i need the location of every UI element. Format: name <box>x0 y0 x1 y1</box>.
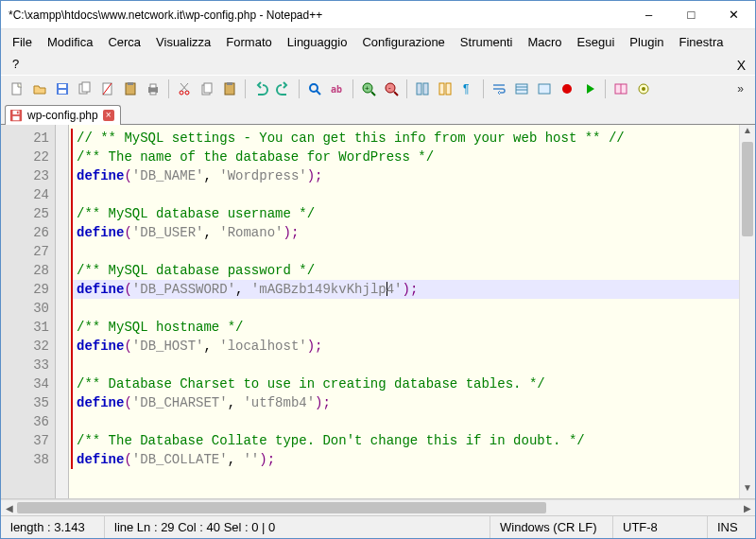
menu-modifica[interactable]: Modifica <box>40 31 100 53</box>
line-number[interactable]: 23 <box>1 166 49 185</box>
zoom-in-button[interactable]: + <box>358 78 379 99</box>
record-button[interactable] <box>557 78 577 99</box>
code-line[interactable]: /** The name of the database for WordPre… <box>71 148 739 166</box>
menu-esegui[interactable]: Esegui <box>570 31 623 53</box>
paste-file-button[interactable] <box>120 78 141 99</box>
code-line[interactable]: define('DB_USER', 'Romano'); <box>71 223 739 242</box>
horizontal-scroll-thumb[interactable] <box>17 502 546 513</box>
new-file-button[interactable] <box>7 78 27 99</box>
code-line[interactable] <box>71 299 739 318</box>
print-button[interactable] <box>143 78 163 99</box>
line-number[interactable]: 25 <box>1 204 49 223</box>
scroll-right-icon[interactable]: ▶ <box>739 503 755 513</box>
menu-visualizza[interactable]: Visualizza <box>148 31 218 53</box>
svg-point-13 <box>180 91 183 95</box>
monitor-button[interactable] <box>534 78 555 99</box>
hidden-button[interactable] <box>511 78 532 99</box>
line-number[interactable]: 29 <box>1 280 49 299</box>
line-number[interactable]: 30 <box>1 299 49 318</box>
scroll-up-icon[interactable]: ▲ <box>740 125 755 141</box>
code-line[interactable] <box>71 185 739 204</box>
tab-label: wp-config.php <box>27 109 98 122</box>
redo-button[interactable] <box>273 78 294 99</box>
line-number[interactable]: 34 <box>1 374 49 393</box>
copy-button[interactable] <box>197 78 217 99</box>
code-line[interactable]: /** The Database Collate type. Don't cha… <box>71 431 739 450</box>
plugins-button[interactable] <box>633 78 654 99</box>
compare-button[interactable] <box>610 78 631 99</box>
play-button[interactable] <box>579 78 600 99</box>
indent-guide-button[interactable]: ¶ <box>457 78 478 99</box>
code-line[interactable]: define('DB_CHARSET', 'utf8mb4'); <box>71 393 739 412</box>
tab-close-icon[interactable]: × <box>103 110 114 121</box>
mdi-close-icon[interactable]: X <box>737 58 746 73</box>
code-line[interactable]: define('DB_PASSWORD', 'mAGBzb149kvKhjlp4… <box>71 280 739 299</box>
line-number[interactable]: 32 <box>1 337 49 356</box>
code-line[interactable]: /** MySQL database password */ <box>71 261 739 280</box>
line-number[interactable]: 37 <box>1 431 49 450</box>
scroll-left-icon[interactable]: ◀ <box>1 503 17 513</box>
all-chars-button[interactable] <box>435 78 455 99</box>
menu-configurazione[interactable]: Configurazione <box>354 31 452 53</box>
code-line[interactable]: define('DB_COLLATE', ''); <box>71 450 739 469</box>
cut-button[interactable] <box>174 78 195 99</box>
menu-plugin[interactable]: Plugin <box>622 31 671 53</box>
tab-wp-config[interactable]: wp-config.php × <box>5 105 121 125</box>
vertical-scroll-thumb[interactable] <box>742 142 753 236</box>
open-file-button[interactable] <box>29 78 50 99</box>
close-button[interactable]: ✕ <box>713 1 755 28</box>
code-area[interactable]: // ** MySQL settings - You can get this … <box>69 125 739 498</box>
svg-rect-16 <box>204 83 212 93</box>
line-number[interactable]: 28 <box>1 261 49 280</box>
line-number[interactable]: 38 <box>1 450 49 469</box>
replace-button[interactable]: ab <box>327 78 348 99</box>
horizontal-scrollbar[interactable]: ◀ ▶ <box>1 499 755 515</box>
code-line[interactable] <box>71 412 739 431</box>
menu-strumenti[interactable]: Strumenti <box>453 31 521 53</box>
code-line[interactable] <box>71 356 739 374</box>
menu-linguaggio[interactable]: Linguaggio <box>280 31 355 53</box>
menu-finestra[interactable]: Finestra <box>672 31 731 53</box>
status-eol[interactable]: Windows (CR LF) <box>490 516 613 538</box>
find-button[interactable] <box>304 78 325 99</box>
paste-button[interactable] <box>219 78 240 99</box>
minimize-button[interactable]: – <box>627 1 670 28</box>
sync-button[interactable] <box>412 78 433 99</box>
line-number[interactable]: 31 <box>1 318 49 337</box>
line-number-gutter[interactable]: 212223242526272829303132333435363738 <box>1 125 56 498</box>
line-number[interactable]: 22 <box>1 148 49 166</box>
line-number[interactable]: 24 <box>1 185 49 204</box>
menu-cerca[interactable]: Cerca <box>100 31 148 53</box>
undo-button[interactable] <box>250 78 271 99</box>
zoom-out-button[interactable]: - <box>381 78 402 99</box>
code-line[interactable]: /** Database Charset to use in creating … <box>71 374 739 393</box>
menu-file[interactable]: File <box>5 31 40 53</box>
status-insert-mode[interactable]: INS <box>708 516 755 538</box>
line-number[interactable]: 36 <box>1 412 49 431</box>
line-number[interactable]: 33 <box>1 356 49 374</box>
menu-macro[interactable]: Macro <box>520 31 569 53</box>
line-number[interactable]: 21 <box>1 129 49 148</box>
code-line[interactable]: /** MySQL database username */ <box>71 204 739 223</box>
code-line[interactable]: define('DB_HOST', 'localhost'); <box>71 337 739 356</box>
wrap-button[interactable] <box>489 78 509 99</box>
line-number[interactable]: 35 <box>1 393 49 412</box>
menu-[interactable]: ? <box>5 53 26 75</box>
line-number[interactable]: 27 <box>1 242 49 261</box>
save-button[interactable] <box>52 78 73 99</box>
menu-formato[interactable]: Formato <box>218 31 279 53</box>
code-line[interactable] <box>71 242 739 261</box>
copy-file-button[interactable] <box>75 78 95 99</box>
code-token: , <box>203 225 219 240</box>
cut-file-button[interactable] <box>97 78 118 99</box>
toolbar-overflow-icon[interactable]: » <box>731 82 749 96</box>
status-encoding[interactable]: UTF-8 <box>613 516 708 538</box>
fold-column[interactable] <box>56 125 69 498</box>
code-line[interactable]: /** MySQL hostname */ <box>71 318 739 337</box>
maximize-button[interactable]: □ <box>670 1 713 28</box>
line-number[interactable]: 26 <box>1 223 49 242</box>
scroll-down-icon[interactable]: ▼ <box>740 482 755 498</box>
code-line[interactable]: define('DB_NAME', 'Wordpress'); <box>71 166 739 185</box>
code-line[interactable]: // ** MySQL settings - You can get this … <box>71 129 739 148</box>
vertical-scrollbar[interactable]: ▲ ▼ <box>739 125 755 498</box>
